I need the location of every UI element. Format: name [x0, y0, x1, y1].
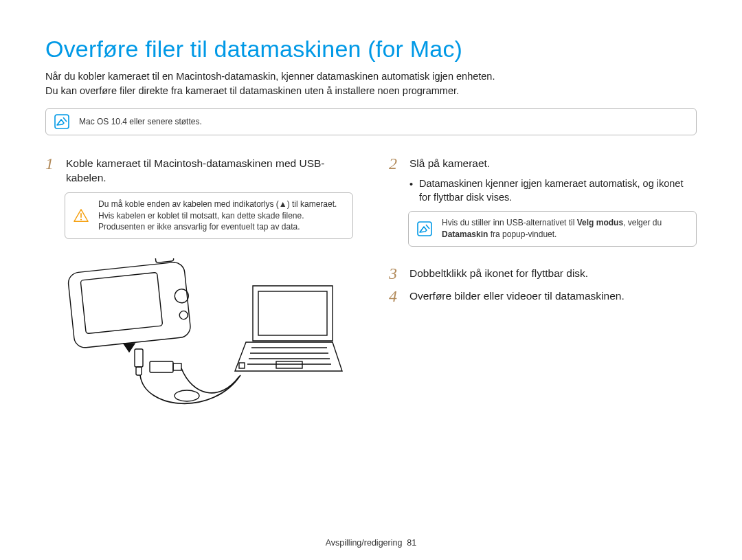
left-column: 1 Koble kameraet til Macintosh-datamaski…: [45, 155, 353, 416]
step-4-number: 4: [389, 287, 403, 304]
usb-notice-bold-2: Datamaskin: [442, 229, 488, 239]
content-columns: 1 Koble kameraet til Macintosh-datamaski…: [45, 155, 697, 416]
step-3-text: Dobbeltklikk på ikonet for flyttbar disk…: [409, 265, 588, 282]
usb-notice-box: Hvis du stiller inn USB-alternativet til…: [408, 211, 697, 247]
connection-illustration: [45, 258, 353, 416]
svg-rect-10: [136, 367, 142, 375]
step-3: 3 Dobbeltklikk på ikonet for flyttbar di…: [389, 265, 697, 282]
note-icon: [417, 221, 432, 236]
usb-notice-pre: Hvis du stiller inn USB-alternativet til: [442, 218, 577, 227]
top-notice-box: Mac OS 10.4 eller senere støttes.: [45, 108, 697, 135]
warning-text: Du må koble enden av kabelen med indikat…: [98, 199, 344, 233]
step-1: 1 Koble kameraet til Macintosh-datamaski…: [45, 155, 353, 186]
page-title: Overføre filer til datamaskinen (for Mac…: [45, 36, 697, 63]
bullet-dot-icon: •: [409, 177, 415, 204]
svg-line-22: [426, 225, 429, 229]
usb-notice-post: fra popup-vinduet.: [488, 229, 556, 239]
intro-line-1: Når du kobler kameraet til en Macintosh-…: [45, 69, 697, 84]
footer-page-number: 81: [407, 538, 416, 548]
svg-point-7: [179, 311, 188, 320]
svg-rect-20: [239, 363, 245, 368]
step-2: 2 Slå på kameraet.: [389, 155, 697, 172]
intro-block: Når du kobler kameraet til en Macintosh-…: [45, 69, 697, 98]
step-1-number: 1: [45, 155, 59, 186]
step-1-text: Koble kameraet til Macintosh-datamaskine…: [66, 155, 353, 186]
right-column: 2 Slå på kameraet. • Datamaskinen kjenne…: [389, 155, 697, 416]
step-4: 4 Overføre bilder eller videoer til data…: [389, 287, 697, 304]
page-footer: Avspilling/redigering 81: [0, 538, 742, 548]
top-notice-text: Mac OS 10.4 eller senere støttes.: [79, 116, 202, 128]
usb-notice-text: Hvis du stiller inn USB-alternativet til…: [442, 217, 688, 240]
svg-rect-14: [258, 291, 327, 335]
svg-rect-9: [135, 349, 143, 367]
warning-box: Du må koble enden av kabelen med indikat…: [65, 192, 353, 239]
svg-point-13: [175, 390, 199, 401]
step-2-bullet: • Datamaskinen kjenner igjen kameraet au…: [409, 177, 697, 204]
footer-section-label: Avspilling/redigering: [326, 538, 403, 548]
usb-notice-bold-1: Velg modus: [577, 218, 623, 227]
step-3-number: 3: [389, 265, 403, 282]
intro-line-2: Du kan overføre filer direkte fra kamera…: [45, 84, 697, 98]
step-2-text: Slå på kameraet.: [409, 155, 490, 172]
svg-rect-5: [80, 273, 163, 334]
note-icon: [54, 114, 69, 129]
warning-icon: [74, 208, 89, 223]
svg-rect-11: [150, 361, 173, 372]
svg-point-3: [80, 219, 82, 220]
svg-rect-4: [67, 261, 192, 348]
step-2-number: 2: [389, 155, 403, 172]
usb-notice-mid: , velger du: [623, 218, 662, 227]
svg-rect-12: [173, 363, 181, 370]
step-2-bullet-text: Datamaskinen kjenner igjen kameraet auto…: [419, 177, 697, 204]
svg-line-1: [63, 117, 67, 122]
step-4-text: Overføre bilder eller videoer til datama…: [409, 287, 625, 304]
svg-rect-19: [276, 361, 302, 368]
